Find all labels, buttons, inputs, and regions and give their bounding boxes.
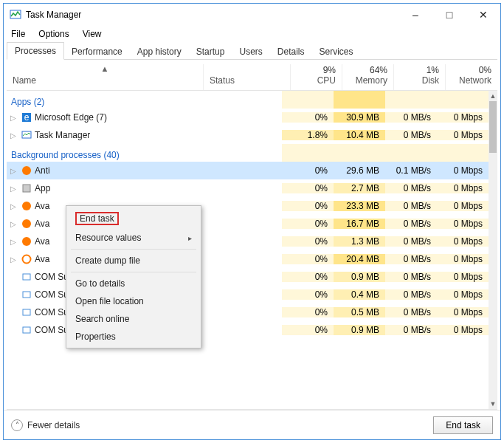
scroll-down-icon[interactable]: ▼ xyxy=(489,399,497,409)
titlebar[interactable]: Task Manager – □ ✕ xyxy=(4,4,500,26)
context-resource-values[interactable]: Resource values ▸ xyxy=(66,229,201,247)
expand-icon[interactable]: ▷ xyxy=(7,114,20,122)
tab-performance[interactable]: Performance xyxy=(64,44,130,60)
cell-network: 0 Mbps xyxy=(437,201,489,211)
task-manager-icon xyxy=(20,130,33,140)
cell-disk: 0 MB/s xyxy=(385,272,437,282)
fewer-details-toggle[interactable]: ˄ Fewer details xyxy=(11,419,80,431)
context-properties[interactable]: Properties xyxy=(66,328,201,346)
column-name[interactable]: ▲ Name xyxy=(7,64,204,90)
expand-icon[interactable]: ▷ xyxy=(7,185,20,193)
tab-processes[interactable]: Processes xyxy=(7,42,64,60)
cell-cpu: 1.8% xyxy=(282,130,334,140)
cell-memory: 29.6 MB xyxy=(334,165,385,176)
end-task-button[interactable]: End task xyxy=(433,416,493,434)
task-manager-icon xyxy=(10,9,21,21)
column-cpu-label: CPU xyxy=(297,75,336,86)
cell-network: 0 Mbps xyxy=(437,254,489,264)
com-icon xyxy=(20,307,33,317)
fewer-details-label: Fewer details xyxy=(27,420,80,430)
scroll-thumb[interactable] xyxy=(489,101,497,153)
expand-icon[interactable]: ▷ xyxy=(7,202,20,210)
context-open-location[interactable]: Open file location xyxy=(66,292,201,310)
svg-point-8 xyxy=(22,237,31,246)
expand-icon[interactable]: ▷ xyxy=(7,255,20,264)
edge-icon: e xyxy=(20,112,33,123)
avast-icon xyxy=(20,201,33,211)
tab-details[interactable]: Details xyxy=(270,44,312,60)
column-network-label: Network xyxy=(452,75,491,86)
column-status[interactable]: Status xyxy=(204,64,291,90)
com-icon xyxy=(20,272,33,282)
table-row[interactable]: ▷ App 0% 2.7 MB 0 MB/s 0 Mbps xyxy=(7,179,489,197)
cell-memory: 1.3 MB xyxy=(334,236,385,247)
process-name: Anti xyxy=(33,165,195,176)
column-headers: ▲ Name Status 9% CPU 64% Memory 1% Disk … xyxy=(7,60,497,91)
svg-point-4 xyxy=(22,166,31,175)
tab-app-history[interactable]: App history xyxy=(130,44,189,60)
cell-network: 0 Mbps xyxy=(437,307,489,317)
section-row-background: Background processes (40) xyxy=(7,144,489,162)
menu-file[interactable]: File xyxy=(5,27,31,41)
avast-outline-icon xyxy=(20,254,33,264)
chevron-up-icon: ˄ xyxy=(11,419,23,431)
context-create-dump[interactable]: Create dump file xyxy=(66,252,201,269)
column-disk[interactable]: 1% Disk xyxy=(394,64,446,90)
column-status-label: Status xyxy=(210,75,284,86)
table-row[interactable]: ▷ e Microsoft Edge (7) 0% 30.9 MB 0 MB/s… xyxy=(7,109,489,126)
cell-memory: 16.7 MB xyxy=(334,219,385,229)
cell-disk: 0 MB/s xyxy=(385,201,437,211)
table-row[interactable]: ▷ Task Manager 1.8% 10.4 MB 0 MB/s 0 Mbp… xyxy=(7,126,489,144)
process-name: Microsoft Edge (7) xyxy=(33,112,195,123)
cell-network: 0 Mbps xyxy=(437,130,489,140)
svg-point-6 xyxy=(22,202,31,210)
column-memory[interactable]: 64% Memory xyxy=(342,64,394,90)
window-frame: Task Manager – □ ✕ File Options View Pro… xyxy=(3,3,501,440)
tabbar: Processes Performance App history Startu… xyxy=(7,42,497,60)
sort-indicator-icon: ▲ xyxy=(101,64,109,73)
minimize-button[interactable]: – xyxy=(398,4,432,26)
cell-network: 0 Mbps xyxy=(437,183,489,193)
vertical-scrollbar[interactable]: ▲ ▼ xyxy=(489,91,497,409)
network-usage-percent: 0% xyxy=(452,65,491,75)
expand-icon[interactable]: ▷ xyxy=(7,167,20,175)
apps-section-label[interactable]: Apps (2) xyxy=(7,91,195,109)
submenu-arrow-icon: ▸ xyxy=(188,234,192,242)
context-search-online[interactable]: Search online xyxy=(66,310,201,328)
table-row-selected[interactable]: ▷ Anti 0% 29.6 MB 0.1 MB/s 0 Mbps xyxy=(7,162,489,179)
menu-options[interactable]: Options xyxy=(32,27,75,41)
close-button[interactable]: ✕ xyxy=(466,4,500,26)
cell-cpu: 0% xyxy=(282,201,334,211)
context-end-task[interactable]: End task xyxy=(66,208,201,229)
cell-memory: 20.4 MB xyxy=(334,254,385,264)
context-go-to-details[interactable]: Go to details xyxy=(66,275,201,292)
expand-icon[interactable]: ▷ xyxy=(7,238,20,246)
cell-disk: 0 MB/s xyxy=(385,325,437,335)
menu-view[interactable]: View xyxy=(77,27,108,41)
svg-rect-5 xyxy=(23,185,30,192)
svg-text:e: e xyxy=(24,112,30,123)
com-icon xyxy=(20,289,33,300)
cell-memory: 30.9 MB xyxy=(334,112,385,123)
cell-network: 0 Mbps xyxy=(437,325,489,335)
expand-icon[interactable]: ▷ xyxy=(7,220,20,228)
svg-rect-12 xyxy=(23,309,30,315)
avast-icon xyxy=(20,236,33,247)
tab-startup[interactable]: Startup xyxy=(189,44,232,60)
tab-users[interactable]: Users xyxy=(232,44,269,60)
scroll-up-icon[interactable]: ▲ xyxy=(489,91,497,101)
expand-icon[interactable]: ▷ xyxy=(7,131,20,140)
window-title: Task Manager xyxy=(26,10,81,20)
tab-services[interactable]: Services xyxy=(312,44,361,60)
cell-disk: 0.1 MB/s xyxy=(385,165,437,176)
generic-app-icon xyxy=(20,183,33,193)
background-section-label[interactable]: Background processes (40) xyxy=(7,144,195,162)
column-cpu[interactable]: 9% CPU xyxy=(291,64,342,90)
column-network[interactable]: 0% Network xyxy=(446,64,497,90)
cell-cpu: 0% xyxy=(282,165,334,176)
cell-cpu: 0% xyxy=(282,236,334,247)
cell-disk: 0 MB/s xyxy=(385,254,437,264)
maximize-button[interactable]: □ xyxy=(432,4,466,26)
cell-cpu: 0% xyxy=(282,254,334,264)
cell-network: 0 Mbps xyxy=(437,112,489,123)
